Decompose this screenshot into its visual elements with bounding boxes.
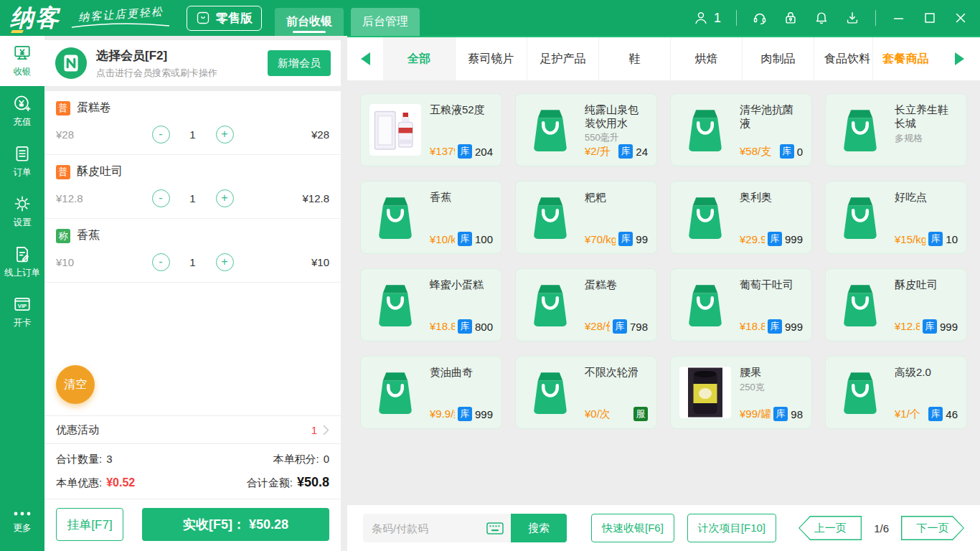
- product-name: 不限次轮滑: [585, 365, 648, 379]
- recharge-coin-icon: [13, 94, 32, 113]
- product-card[interactable]: 纯露山泉包装饮用水 550毫升 ¥2/升 库 24: [515, 93, 657, 166]
- product-name: 纯露山泉包装饮用水: [585, 103, 648, 129]
- prev-page-button[interactable]: 上一页: [798, 516, 862, 540]
- category-tab[interactable]: 肉制品: [742, 37, 814, 80]
- category-tab[interactable]: 蔡司镜片: [455, 37, 527, 80]
- support-headset-icon[interactable]: [752, 10, 768, 26]
- decrease-qty-button[interactable]: -: [152, 126, 170, 143]
- cart-item: 称 香蕉 ¥10 - 1 + ¥10: [44, 219, 341, 283]
- sidebar-item-settings[interactable]: 设置: [0, 187, 44, 237]
- item-total: ¥10: [269, 256, 329, 268]
- category-tab[interactable]: 全部: [383, 37, 455, 80]
- increase-qty-button[interactable]: +: [216, 253, 234, 271]
- product-price: ¥2/升: [585, 145, 616, 159]
- product-spec: 550毫升: [585, 131, 648, 144]
- search-button[interactable]: 搜索: [511, 514, 567, 542]
- stock-badge: 库: [458, 407, 472, 421]
- item-type-badge: 称: [56, 229, 70, 243]
- keyboard-icon[interactable]: [486, 522, 504, 537]
- product-name: 奥利奥: [740, 190, 803, 204]
- member-select-area[interactable]: 选择会员[F2] 点击进行会员搜索或刷卡操作 新增会员: [44, 40, 341, 86]
- increase-qty-button[interactable]: +: [216, 126, 234, 143]
- stock-count: 24: [636, 146, 648, 158]
- product-name: 粑粑: [585, 190, 648, 204]
- chevron-right-icon: [323, 425, 329, 435]
- product-card[interactable]: 奥利奥 ¥29.9/kg 库 999: [670, 181, 812, 254]
- product-price: ¥58/支: [740, 145, 777, 159]
- sidebar-item-more[interactable]: 更多: [0, 496, 44, 547]
- sidebar-item-label: 开卡: [14, 317, 32, 329]
- category-tab[interactable]: 烘焙: [670, 37, 742, 80]
- category-tab[interactable]: 套餐商品: [872, 37, 938, 80]
- product-card[interactable]: 腰果 250克 ¥99/罐 库 98: [670, 356, 812, 429]
- quick-cashier-button[interactable]: 快速收银[F6]: [591, 514, 674, 542]
- stock-badge: 库: [768, 319, 782, 334]
- product-card[interactable]: 高级2.0 ¥1/个 库 46: [825, 356, 967, 429]
- count-item-button[interactable]: 计次项目[F10]: [687, 514, 776, 542]
- stock-badge: 库: [458, 319, 472, 334]
- stock-count: 999: [785, 233, 803, 245]
- vip-card-icon: VIP: [13, 295, 32, 314]
- total-amount-value: ¥50.8: [297, 475, 329, 489]
- item-total: ¥12.8: [269, 192, 329, 204]
- product-price: ¥29.9/kg: [740, 233, 765, 245]
- product-card[interactable]: 蜂蜜小蛋糕 ¥18.8/袋 库 800: [360, 268, 502, 342]
- increase-qty-button[interactable]: +: [216, 189, 234, 207]
- product-name: 长立养生鞋长城: [895, 103, 958, 130]
- product-price: ¥9.9/袋: [430, 408, 455, 421]
- more-dots-icon: [13, 509, 32, 519]
- decrease-qty-button[interactable]: -: [152, 189, 170, 207]
- product-card[interactable]: 粑粑 ¥70/kg 库 99: [515, 181, 657, 254]
- product-card[interactable]: 酥皮吐司 ¥12.8/袋 库 999: [825, 268, 967, 342]
- top-bar: 纳客 纳客让店更轻松 零售版 前台收银 后台管理 1: [0, 0, 980, 36]
- user-indicator[interactable]: 1: [693, 10, 721, 26]
- sidebar-item-label: 充值: [14, 116, 32, 128]
- cart-lower: 普 蛋糕卷 ¥28 - 1 + ¥28 普 酥皮吐司 ¥12.8 - 1 + ¥…: [44, 91, 341, 551]
- clear-cart-button[interactable]: 清空: [56, 365, 95, 404]
- checkout-button[interactable]: 实收[F5]： ¥50.28: [142, 508, 329, 541]
- page-indicator: 1/6: [874, 522, 889, 534]
- notifications-bell-icon[interactable]: [814, 10, 829, 26]
- stock-count: 798: [630, 321, 648, 333]
- maximize-button[interactable]: [922, 10, 938, 26]
- sidebar-item-cashier[interactable]: 收银: [0, 36, 44, 86]
- next-page-button[interactable]: 下一页: [901, 516, 964, 540]
- right-arrow-icon: [955, 52, 964, 65]
- product-card[interactable]: 香蕉 ¥10/kg 库 100: [360, 181, 502, 254]
- lock-icon[interactable]: [783, 10, 798, 26]
- category-tab[interactable]: 足护产品: [527, 37, 598, 80]
- minimize-button[interactable]: [891, 10, 907, 26]
- product-card[interactable]: 清华池抗菌液 ¥58/支 库 0: [670, 93, 812, 166]
- stock-count: 800: [475, 321, 493, 333]
- category-tab[interactable]: 食品饮料: [814, 37, 872, 80]
- download-icon[interactable]: [844, 10, 860, 26]
- categories-scroll-left-button[interactable]: [347, 37, 383, 80]
- sidebar-item-recharge[interactable]: 充值: [0, 86, 44, 136]
- product-card[interactable]: 五粮液52度 ¥1379/瓶 库 204: [360, 93, 502, 166]
- product-card[interactable]: 不限次轮滑 ¥0/次 服: [515, 356, 657, 429]
- product-card[interactable]: 蛋糕卷 ¥28/份 库 798: [515, 268, 657, 342]
- stock-count: 999: [475, 408, 493, 420]
- product-card[interactable]: 葡萄干吐司 ¥18.8/袋 库 999: [670, 268, 812, 342]
- decrease-qty-button[interactable]: -: [152, 253, 170, 271]
- hold-order-button[interactable]: 挂单[F7]: [56, 508, 123, 541]
- svg-text:VIP: VIP: [18, 303, 27, 309]
- promo-count: 1: [311, 424, 317, 436]
- stock-badge: 库: [613, 319, 627, 334]
- promo-row[interactable]: 优惠活动 1: [44, 415, 341, 444]
- sidebar-item-vip-card[interactable]: VIP 开卡: [0, 287, 44, 337]
- product-card[interactable]: 好吃点 ¥15/kg 库 10: [825, 181, 967, 254]
- tab-backoffice[interactable]: 后台管理: [351, 8, 420, 36]
- categories-scroll-right-button[interactable]: [938, 37, 980, 80]
- product-card[interactable]: 长立养生鞋长城 多规格: [825, 93, 967, 166]
- settings-gear-icon: [13, 194, 32, 213]
- sidebar-item-online-orders[interactable]: 线上订单: [0, 237, 44, 287]
- product-grid: 五粮液52度 ¥1379/瓶 库 204 纯露山泉包装饮用水 550毫升 ¥2/…: [347, 80, 980, 505]
- sidebar-item-orders[interactable]: 订单: [0, 136, 44, 187]
- tab-front-cashier[interactable]: 前台收银: [275, 8, 344, 36]
- product-card[interactable]: 黄油曲奇 ¥9.9/袋 库 999: [360, 356, 502, 429]
- category-tab[interactable]: 鞋: [598, 37, 670, 80]
- close-button[interactable]: [953, 10, 969, 26]
- add-member-button[interactable]: 新增会员: [268, 50, 331, 76]
- sidebar-item-label: 订单: [14, 166, 32, 179]
